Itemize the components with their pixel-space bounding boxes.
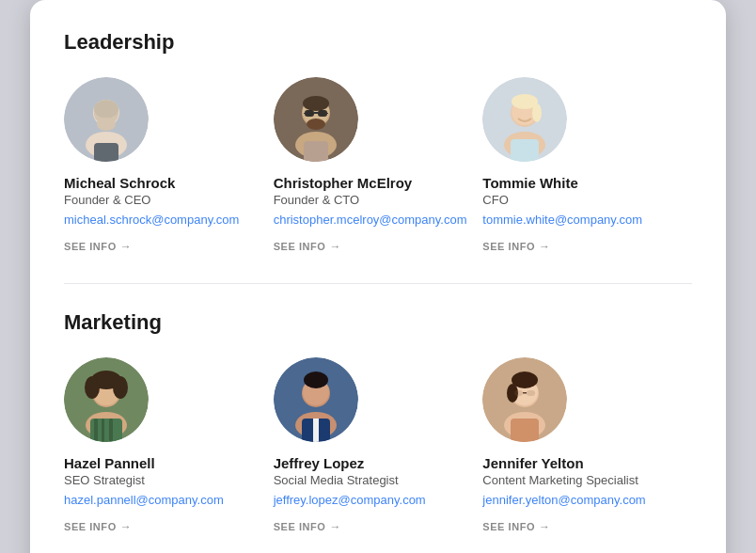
svg-rect-6	[94, 143, 118, 162]
name-jeffrey-lopez: Jeffrey Lopez	[274, 455, 365, 471]
svg-rect-53	[527, 390, 535, 396]
svg-rect-34	[94, 419, 98, 442]
name-hazel-pannell: Hazel Pannell	[64, 455, 155, 471]
section-divider	[64, 283, 692, 284]
title-christopher-mcelroy: Founder & CTO	[274, 193, 360, 207]
svg-rect-15	[304, 113, 307, 114]
section-leadership: Leadership Micheal Schrock Founder & CEO…	[64, 30, 692, 276]
svg-rect-16	[325, 113, 328, 114]
svg-rect-35	[102, 419, 104, 442]
svg-point-4	[94, 100, 118, 118]
leadership-grid: Micheal Schrock Founder & CEO micheal.sc…	[64, 77, 692, 276]
arrow-icon-2: →	[329, 240, 341, 253]
avatar-hazel-pannell	[64, 357, 149, 442]
marketing-grid: Hazel Pannell SEO Strategist hazel.panne…	[64, 357, 692, 553]
person-jennifer-yelton: Jennifer Yelton Content Marketing Specia…	[482, 357, 692, 553]
svg-rect-18	[304, 141, 328, 162]
svg-point-17	[307, 118, 325, 130]
arrow-icon-4: →	[120, 520, 133, 533]
svg-rect-25	[511, 139, 539, 162]
svg-point-41	[304, 371, 328, 388]
see-info-micheal-schrock[interactable]: SEE INFO →	[64, 240, 132, 253]
svg-point-5	[97, 118, 116, 131]
svg-rect-43	[313, 419, 319, 442]
email-jennifer-yelton[interactable]: jennifer.yelton@company.com	[482, 493, 645, 507]
see-info-jeffrey-lopez[interactable]: SEE INFO →	[274, 520, 341, 533]
avatar-jeffrey-lopez	[274, 357, 358, 442]
person-jeffrey-lopez: Jeffrey Lopez Social Media Strategist je…	[274, 357, 483, 553]
name-micheal-schrock: Micheal Schrock	[64, 175, 175, 191]
title-jennifer-yelton: Content Marketing Specialist	[482, 473, 638, 487]
svg-rect-36	[109, 419, 113, 442]
title-hazel-pannell: SEO Strategist	[64, 473, 145, 487]
see-info-christopher-mcelroy[interactable]: SEE INFO →	[274, 240, 341, 253]
email-micheal-schrock[interactable]: micheal.schrock@company.com	[64, 213, 239, 227]
arrow-icon-5: →	[329, 520, 341, 533]
svg-rect-45	[319, 419, 323, 430]
arrow-icon: →	[120, 240, 133, 253]
svg-rect-55	[511, 419, 539, 442]
marketing-title: Marketing	[64, 310, 692, 335]
avatar-tommie-white	[482, 77, 567, 162]
svg-rect-52	[514, 390, 523, 396]
title-tommie-white: CFO	[482, 193, 508, 207]
person-christopher-mcelroy: Christopher McElroy Founder & CTO christ…	[274, 77, 483, 276]
title-jeffrey-lopez: Social Media Strategist	[274, 473, 399, 487]
avatar-micheal-schrock	[64, 77, 149, 162]
name-jennifer-yelton: Jennifer Yelton	[482, 455, 583, 471]
email-christopher-mcelroy[interactable]: christopher.mcelroy@company.com	[274, 213, 467, 227]
title-micheal-schrock: Founder & CEO	[64, 193, 151, 207]
person-micheal-schrock: Micheal Schrock Founder & CEO micheal.sc…	[64, 77, 274, 276]
svg-point-11	[303, 96, 329, 111]
svg-rect-44	[309, 419, 313, 430]
main-card: Leadership Micheal Schrock Founder & CEO…	[30, 0, 726, 553]
avatar-jennifer-yelton	[482, 357, 567, 442]
person-hazel-pannell: Hazel Pannell SEO Strategist hazel.panne…	[64, 357, 274, 553]
email-hazel-pannell[interactable]: hazel.pannell@company.com	[64, 493, 224, 507]
email-jeffrey-lopez[interactable]: jeffrey.lopez@company.com	[274, 493, 426, 507]
svg-rect-54	[523, 392, 527, 394]
see-info-hazel-pannell[interactable]: SEE INFO →	[64, 520, 132, 533]
section-marketing: Marketing H	[64, 310, 692, 553]
svg-rect-14	[314, 112, 318, 114]
name-tommie-white: Tommie White	[482, 175, 577, 191]
see-info-jennifer-yelton[interactable]: SEE INFO →	[482, 520, 550, 533]
name-christopher-mcelroy: Christopher McElroy	[274, 175, 413, 191]
email-tommie-white[interactable]: tommie.white@company.com	[482, 213, 642, 227]
svg-point-31	[85, 376, 100, 399]
avatar-christopher-mcelroy	[274, 77, 358, 162]
person-tommie-white: Tommie White CFO tommie.white@company.co…	[482, 77, 692, 276]
leadership-title: Leadership	[64, 30, 692, 55]
svg-point-32	[113, 376, 128, 399]
see-info-tommie-white[interactable]: SEE INFO →	[482, 240, 550, 253]
arrow-icon-3: →	[539, 240, 551, 253]
arrow-icon-6: →	[539, 520, 551, 533]
svg-point-24	[532, 103, 542, 122]
